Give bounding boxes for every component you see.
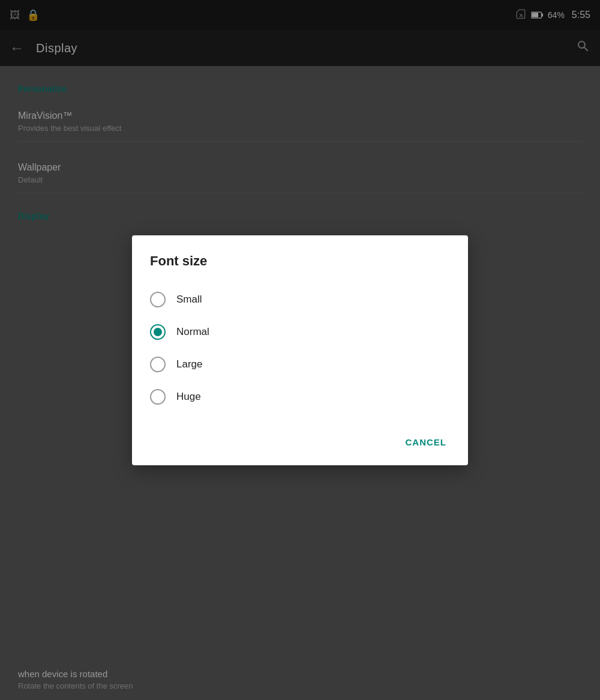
cancel-button[interactable]: CANCEL <box>402 431 451 453</box>
font-size-normal-label: Normal <box>176 326 209 338</box>
font-size-small-label: Small <box>176 294 202 306</box>
font-size-dialog: Font size Small Normal Large Huge CANCEL <box>132 235 468 465</box>
font-size-large-option[interactable]: Large <box>150 348 450 381</box>
font-size-large-label: Large <box>176 358 202 370</box>
font-size-normal-radio[interactable] <box>150 324 166 340</box>
font-size-small-radio[interactable] <box>150 292 166 307</box>
font-size-huge-option[interactable]: Huge <box>150 381 450 413</box>
font-size-huge-label: Huge <box>176 391 201 403</box>
font-size-large-radio[interactable] <box>150 357 166 372</box>
dialog-overlay: Font size Small Normal Large Huge CANCEL <box>0 0 600 700</box>
dialog-actions: CANCEL <box>150 425 450 453</box>
dialog-title: Font size <box>150 253 450 269</box>
font-size-huge-radio[interactable] <box>150 389 166 405</box>
font-size-small-option[interactable]: Small <box>150 283 450 316</box>
font-size-normal-option[interactable]: Normal <box>150 316 450 348</box>
